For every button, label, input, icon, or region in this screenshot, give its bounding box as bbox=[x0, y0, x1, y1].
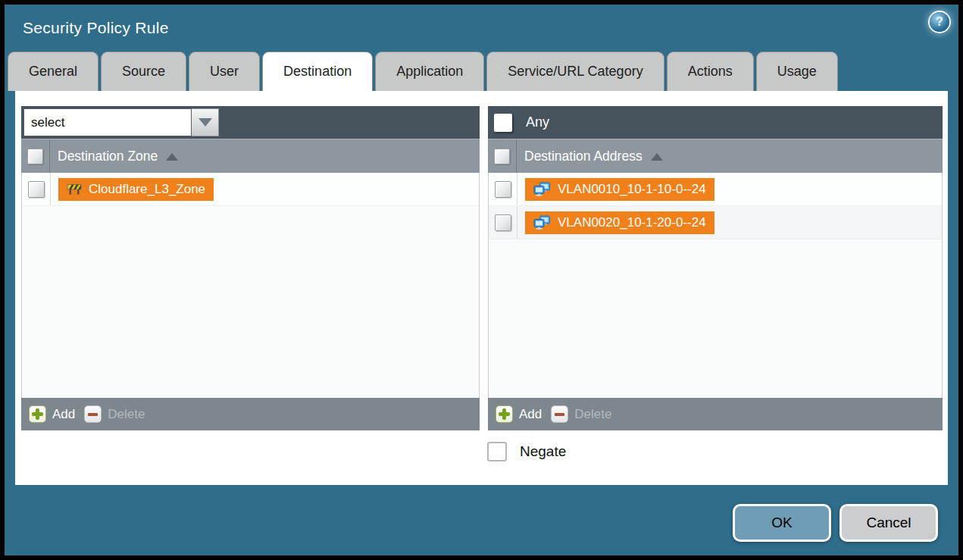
tab-destination[interactable]: Destination bbox=[262, 52, 373, 91]
zone-filter-bar bbox=[21, 106, 480, 139]
sort-ascending-icon bbox=[166, 153, 178, 161]
destination-address-panel: Any Destination Address bbox=[488, 106, 943, 430]
tab-service-url-category[interactable]: Service/URL Category bbox=[486, 52, 664, 91]
tab-actions[interactable]: Actions bbox=[667, 52, 754, 91]
address-select-all-checkbox[interactable] bbox=[494, 149, 510, 164]
address-entry[interactable]: VLAN0020_10-1-20-0--24 bbox=[525, 211, 714, 234]
zone-entry-label: Cloudflare_L3_Zone bbox=[89, 182, 205, 197]
tab-strip: General Source User Destination Applicat… bbox=[8, 52, 838, 91]
zone-select-dropdown-button[interactable] bbox=[192, 108, 219, 136]
zone-column-title[interactable]: Destination Zone bbox=[58, 149, 178, 164]
tab-application[interactable]: Application bbox=[375, 52, 484, 91]
address-delete-button[interactable]: Delete bbox=[551, 405, 611, 423]
negate-label: Negate bbox=[520, 443, 566, 460]
address-add-button[interactable]: Add bbox=[496, 405, 542, 423]
delete-minus-icon bbox=[551, 405, 568, 423]
negate-row: Negate bbox=[487, 442, 566, 461]
negate-checkbox[interactable] bbox=[487, 442, 507, 461]
dialog-title: Security Policy Rule bbox=[23, 19, 169, 37]
address-list-item: VLAN0020_10-1-20-0--24 bbox=[489, 206, 942, 239]
destination-zone-panel: Destination Zone bbox=[21, 106, 480, 430]
address-any-bar: Any bbox=[488, 106, 943, 139]
tab-general[interactable]: General bbox=[8, 52, 98, 91]
zone-delete-button[interactable]: Delete bbox=[84, 405, 145, 423]
destination-tab-content: Destination Zone bbox=[15, 91, 948, 485]
security-policy-rule-dialog: Security Policy Rule ? General Source Us… bbox=[5, 5, 958, 555]
address-entry-label: VLAN0010_10-1-10-0--24 bbox=[558, 182, 706, 197]
zone-select-all-checkbox[interactable] bbox=[27, 149, 43, 164]
zone-list: Cloudflare_L3_Zone bbox=[21, 173, 480, 398]
ok-button[interactable]: OK bbox=[733, 504, 831, 542]
address-row-checkbox[interactable] bbox=[495, 181, 511, 198]
help-icon[interactable]: ? bbox=[930, 12, 949, 32]
address-entry[interactable]: VLAN0010_10-1-10-0--24 bbox=[525, 178, 714, 201]
zone-add-button[interactable]: Add bbox=[29, 405, 75, 423]
delete-minus-icon bbox=[84, 405, 102, 423]
address-actions-bar: Add Delete bbox=[488, 398, 943, 430]
zone-row-checkbox[interactable] bbox=[28, 181, 45, 198]
any-label: Any bbox=[526, 114, 549, 130]
zone-list-item: Cloudflare_L3_Zone bbox=[22, 173, 479, 206]
address-icon bbox=[533, 215, 551, 230]
address-icon bbox=[533, 182, 551, 196]
address-entry-label: VLAN0020_10-1-20-0--24 bbox=[558, 215, 706, 230]
address-row-checkbox[interactable] bbox=[495, 214, 511, 231]
add-plus-icon bbox=[29, 405, 46, 423]
chevron-down-icon bbox=[199, 118, 212, 127]
zone-select-input[interactable] bbox=[23, 108, 192, 136]
address-list-item: VLAN0010_10-1-10-0--24 bbox=[489, 173, 942, 206]
sort-ascending-icon bbox=[651, 153, 663, 161]
address-list: VLAN0010_10-1-10-0--24 bbox=[488, 173, 943, 398]
zone-entry[interactable]: Cloudflare_L3_Zone bbox=[58, 178, 214, 201]
add-plus-icon bbox=[496, 405, 513, 423]
tab-usage[interactable]: Usage bbox=[756, 52, 838, 91]
tab-user[interactable]: User bbox=[189, 52, 260, 91]
zone-icon bbox=[67, 183, 82, 196]
any-checkbox[interactable] bbox=[494, 114, 512, 132]
cancel-button[interactable]: Cancel bbox=[839, 504, 938, 542]
zone-actions-bar: Add Delete bbox=[21, 398, 480, 430]
zone-column-header: Destination Zone bbox=[21, 139, 480, 173]
tab-source[interactable]: Source bbox=[101, 52, 186, 91]
address-column-header: Destination Address bbox=[488, 139, 943, 173]
address-column-title[interactable]: Destination Address bbox=[524, 149, 663, 164]
